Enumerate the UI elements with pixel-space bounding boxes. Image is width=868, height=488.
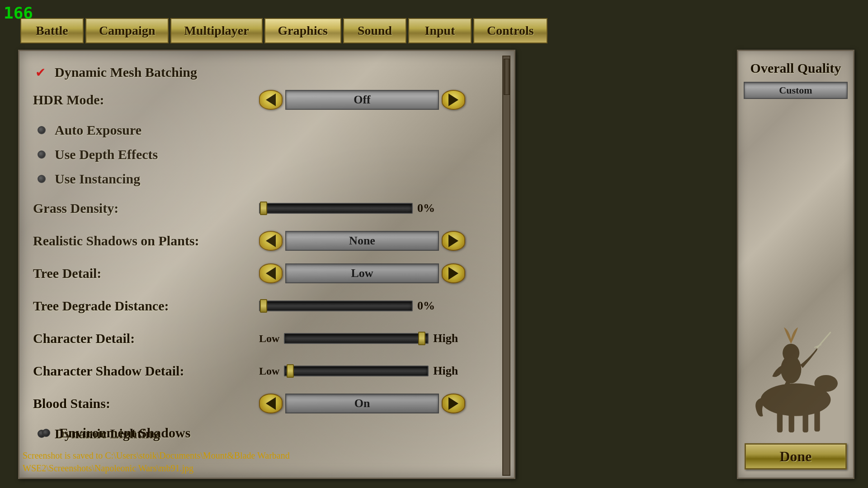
tab-multiplayer[interactable]: Multiplayer [170, 18, 262, 43]
knight-illustration [738, 274, 853, 432]
tree-detail-value: Low [285, 263, 439, 283]
tab-campaign[interactable]: Campaign [85, 18, 169, 43]
main-settings-panel: ✔ Dynamic Mesh Batching HDR Mode: Off Au… [18, 50, 515, 479]
character-detail-control: Low High [259, 332, 460, 345]
tree-degrade-control: 0% [259, 299, 444, 313]
character-detail-handle[interactable] [418, 332, 425, 345]
blood-left-arrow-icon [266, 397, 276, 410]
blood-left-btn[interactable] [259, 394, 283, 413]
tree-degrade-label: Tree Degrade Distance: [33, 298, 259, 314]
tree-degrade-row: Tree Degrade Distance: 0% [33, 296, 500, 316]
realistic-shadows-control: None [259, 231, 465, 251]
hdr-right-arrow-icon [448, 94, 458, 106]
tree-degrade-handle[interactable] [260, 299, 267, 313]
hdr-mode-value: Off [285, 90, 439, 110]
tree-degrade-slider[interactable] [259, 300, 413, 311]
character-shadow-row: Character Shadow Detail: Low High [33, 361, 500, 381]
environment-shadows-label: Environment Shadows [59, 425, 190, 441]
tree-detail-control: Low [259, 263, 465, 283]
character-shadow-low: Low [259, 365, 279, 377]
realistic-shadows-row: Realistic Shadows on Plants: None [33, 231, 500, 251]
auto-exposure-label: Auto Exposure [55, 122, 142, 138]
svg-rect-4 [803, 412, 808, 433]
shadows-right-arrow-icon [448, 235, 458, 247]
knight-svg [746, 292, 845, 432]
fps-counter: 166 [4, 4, 33, 22]
hdr-mode-control: Off [259, 90, 465, 110]
tab-controls[interactable]: Controls [473, 18, 547, 43]
tree-detail-label: Tree Detail: [33, 266, 259, 281]
hdr-mode-label: HDR Mode: [33, 92, 259, 108]
scrollbar[interactable] [502, 56, 510, 476]
tree-degrade-value: 0% [417, 299, 444, 313]
blood-stains-row: Blood Stains: On [33, 394, 500, 413]
character-detail-low: Low [259, 333, 279, 345]
depth-effects-row: Use Depth Effects [38, 147, 500, 162]
screenshot-notice: Screenshot is saved to C:\Users\stoik\Do… [23, 449, 290, 474]
shadows-left-btn[interactable] [259, 231, 283, 251]
tree-detail-left-btn[interactable] [259, 263, 283, 283]
svg-rect-5 [814, 409, 820, 432]
hdr-mode-right-btn[interactable] [442, 90, 465, 110]
character-shadow-slider[interactable] [284, 366, 429, 376]
depth-effects-label: Use Depth Effects [55, 147, 158, 162]
auto-exposure-row: Auto Exposure [38, 122, 500, 138]
blood-right-btn[interactable] [442, 394, 465, 413]
settings-content: ✔ Dynamic Mesh Batching HDR Mode: Off Au… [19, 51, 514, 478]
tab-graphics[interactable]: Graphics [264, 18, 341, 43]
blood-right-arrow-icon [448, 397, 458, 410]
tree-detail-right-btn[interactable] [442, 263, 465, 283]
instancing-label: Use Instancing [55, 171, 140, 187]
grass-density-handle[interactable] [260, 202, 267, 215]
character-detail-label: Character Detail: [33, 331, 259, 346]
character-shadow-handle[interactable] [287, 364, 294, 378]
overall-quality-title: Overall Quality [738, 51, 853, 82]
realistic-shadows-value: None [285, 231, 439, 251]
svg-rect-3 [789, 414, 794, 432]
blood-stains-value: On [285, 394, 439, 413]
tree-detail-row: Tree Detail: Low [33, 263, 500, 283]
quality-value: Custom [779, 84, 812, 96]
done-button[interactable]: Done [745, 443, 847, 469]
character-shadow-high: High [433, 364, 460, 378]
screenshot-line1: Screenshot is saved to C:\Users\stoik\Do… [23, 449, 290, 462]
shadows-left-arrow-icon [266, 235, 276, 247]
checkbox-icon-mesh[interactable]: ✔ [33, 65, 47, 80]
hdr-left-arrow-icon [266, 94, 276, 106]
blood-stains-label: Blood Stains: [33, 396, 259, 411]
tree-right-arrow-icon [448, 267, 458, 280]
realistic-shadows-label: Realistic Shadows on Plants: [33, 233, 259, 249]
tab-input[interactable]: Input [408, 18, 472, 43]
instancing-row: Use Instancing [38, 171, 500, 187]
blood-stains-control: On [259, 394, 465, 413]
dynamic-mesh-row: ✔ Dynamic Mesh Batching [33, 65, 500, 80]
grass-density-value: 0% [417, 202, 444, 215]
hdr-mode-row: HDR Mode: Off [33, 90, 500, 110]
hdr-mode-left-btn[interactable] [259, 90, 283, 110]
grass-density-label: Grass Density: [33, 201, 259, 216]
character-shadow-control: Low High [259, 364, 460, 378]
tree-left-arrow-icon [266, 267, 276, 280]
svg-rect-8 [785, 353, 797, 357]
instancing-bullet[interactable] [38, 175, 46, 183]
grass-density-row: Grass Density: 0% [33, 198, 500, 218]
tab-sound[interactable]: Sound [343, 18, 406, 43]
right-panel: Overall Quality Custom [737, 50, 854, 479]
depth-effects-bullet[interactable] [38, 150, 46, 159]
auto-exposure-bullet[interactable] [38, 126, 46, 134]
environment-shadows-row: Environment Shadows [42, 425, 190, 441]
dynamic-mesh-label: Dynamic Mesh Batching [55, 65, 197, 80]
character-detail-slider[interactable] [284, 333, 429, 344]
environment-shadows-bullet[interactable] [42, 429, 50, 437]
character-detail-row: Character Detail: Low High [33, 328, 500, 348]
nav-bar: Battle Campaign Multiplayer Graphics Sou… [20, 18, 547, 43]
character-detail-high: High [433, 332, 460, 345]
screenshot-line2: WSE2\Screenshots\Napoleonic Wars\mb91.jp… [23, 462, 290, 474]
scrollbar-thumb[interactable] [504, 59, 510, 95]
grass-density-slider[interactable] [259, 203, 413, 214]
svg-rect-2 [777, 412, 783, 433]
shadows-right-btn[interactable] [442, 231, 465, 251]
character-shadow-label: Character Shadow Detail: [33, 363, 259, 379]
quality-selector[interactable]: Custom [744, 82, 848, 99]
grass-density-control: 0% [259, 202, 444, 215]
